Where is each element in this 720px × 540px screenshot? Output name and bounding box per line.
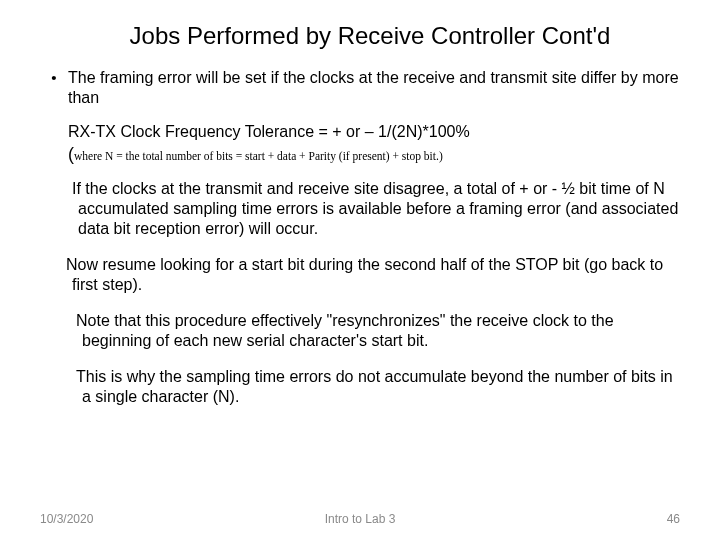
formula-text: RX-TX Clock Frequency Tolerance = + or –…	[68, 122, 680, 142]
subnote-row: (where N = the total number of bits = st…	[68, 144, 680, 165]
paragraph-4: This is why the sampling time errors do …	[64, 367, 680, 407]
footer-date: 10/3/2020	[40, 512, 93, 526]
slide-title: Jobs Performed by Receive Controller Con…	[60, 22, 680, 50]
subnote-text: where N = the total number of bits = sta…	[74, 150, 443, 162]
footer-page-number: 46	[667, 512, 680, 526]
bullet-dot: •	[40, 68, 68, 108]
bullet-item: • The framing error will be set if the c…	[40, 68, 680, 108]
footer-center: Intro to Lab 3	[325, 512, 396, 526]
slide: Jobs Performed by Receive Controller Con…	[0, 0, 720, 540]
paragraph-3: Note that this procedure effectively "re…	[64, 311, 680, 351]
formula-block: RX-TX Clock Frequency Tolerance = + or –…	[68, 122, 680, 142]
bullet-text: The framing error will be set if the clo…	[68, 68, 680, 108]
paragraph-1: If the clocks at the transmit and receiv…	[60, 179, 680, 239]
slide-footer: 10/3/2020 Intro to Lab 3 46	[0, 512, 720, 526]
paragraph-2: Now resume looking for a start bit durin…	[54, 255, 680, 295]
